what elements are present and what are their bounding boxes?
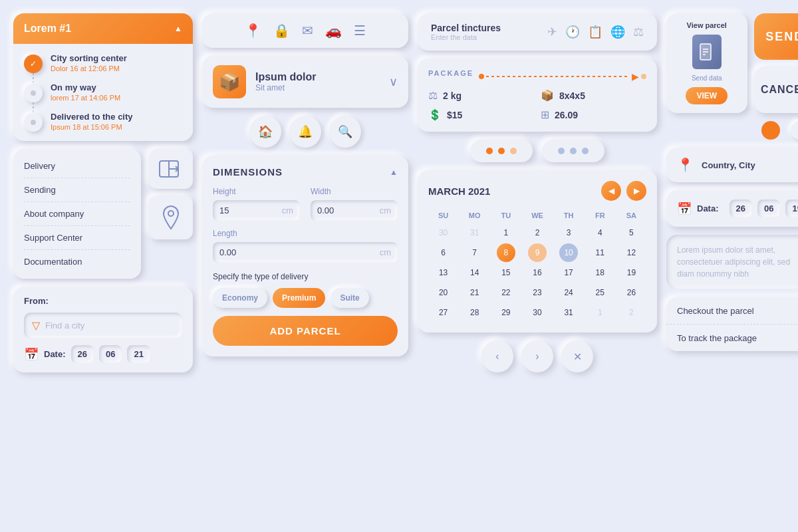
forward-btn[interactable]: › xyxy=(521,340,553,372)
city-input[interactable]: ▽ Find a city xyxy=(24,313,182,338)
mail-toolbar-icon[interactable]: ✉ xyxy=(302,23,313,39)
back-btn[interactable]: ‹ xyxy=(481,340,513,372)
menu-link-track[interactable]: To track the package ▶ xyxy=(666,325,798,351)
nav-item-about[interactable]: About company xyxy=(24,202,130,226)
cal-day[interactable]: 27 xyxy=(434,303,453,322)
cal-day[interactable]: 29 xyxy=(497,303,515,322)
scale-icon[interactable]: ⚖ xyxy=(633,25,644,39)
cal-day[interactable]: 26 xyxy=(622,283,640,302)
dot-toggle-inactive[interactable] xyxy=(791,121,798,140)
delivery-premium-btn[interactable]: Premium xyxy=(273,288,325,308)
cal-day[interactable]: 30 xyxy=(528,303,547,322)
length-unit: cm xyxy=(380,247,391,257)
cal-day[interactable]: 18 xyxy=(591,263,609,282)
cal-day[interactable]: 19 xyxy=(622,263,640,282)
date-year[interactable]: 21 xyxy=(127,345,150,363)
search-icon-btn[interactable]: 🔍 xyxy=(329,116,361,148)
cal-day[interactable]: 14 xyxy=(466,263,484,282)
calendar-next-btn[interactable]: ▶ xyxy=(626,181,646,201)
calendar-prev-btn[interactable]: ◀ xyxy=(601,181,621,201)
cal-day[interactable]: 3 xyxy=(559,223,578,242)
cal-day[interactable]: 30 xyxy=(434,223,453,242)
close-btn[interactable]: ✕ xyxy=(561,340,593,372)
dot-toggle-active[interactable] xyxy=(761,121,780,140)
length-input[interactable]: 0.00 cm xyxy=(213,242,398,263)
cal-day-selected2[interactable]: 10 xyxy=(559,243,578,262)
bell-icon-btn[interactable]: 🔔 xyxy=(289,116,321,148)
cal-day[interactable]: 31 xyxy=(559,303,578,322)
dots-indicator-2 xyxy=(542,140,604,162)
add-parcel-button[interactable]: ADD PARCEL xyxy=(213,316,398,346)
location-toolbar-icon[interactable]: 📍 xyxy=(245,23,261,39)
cal-day[interactable]: 20 xyxy=(434,283,453,302)
dimensions-expand-icon[interactable]: ▲ xyxy=(390,168,398,177)
data-day[interactable]: 26 xyxy=(730,200,752,217)
delivery-suite-btn[interactable]: Suite xyxy=(331,288,368,308)
from-label: From: xyxy=(24,296,182,306)
width-input[interactable]: 0.00 cm xyxy=(311,200,398,221)
side-icon-export[interactable] xyxy=(149,149,193,189)
plane-icon[interactable]: ✈ xyxy=(547,25,557,39)
lock-toolbar-icon[interactable]: 🔒 xyxy=(273,23,290,39)
delivery-economy-btn[interactable]: Economy xyxy=(213,288,267,308)
dimensions-card: DIMENSIONS ▲ Height 15 cm Width 0. xyxy=(202,156,408,356)
cancel-button[interactable]: CANCEL xyxy=(754,66,799,113)
dots-indicators-row xyxy=(418,140,657,162)
cal-day[interactable]: 31 xyxy=(466,223,484,242)
calendar-header: MARCH 2021 ◀ ▶ xyxy=(428,181,646,201)
cal-day[interactable]: 1 xyxy=(497,223,515,242)
cal-day-selected[interactable]: 9 xyxy=(528,243,547,262)
location-pin-icon: 📍 xyxy=(677,157,694,173)
cal-day[interactable]: 12 xyxy=(622,243,640,262)
cal-day[interactable]: 2 xyxy=(622,303,640,322)
book-icon[interactable]: 📋 xyxy=(588,25,602,39)
side-icon-location[interactable] xyxy=(149,196,193,239)
cal-day[interactable]: 16 xyxy=(528,263,547,282)
cal-day[interactable]: 7 xyxy=(466,243,484,262)
cal-day[interactable]: 11 xyxy=(591,243,609,262)
package-expand-icon[interactable]: ∨ xyxy=(389,74,398,89)
location-text: Country, City xyxy=(702,160,755,170)
nav-item-delivery[interactable]: Delivery xyxy=(24,154,130,178)
data-calendar-icon: 📅 xyxy=(677,201,692,216)
cal-day[interactable]: 1 xyxy=(591,303,609,322)
cal-day-today[interactable]: 8 xyxy=(497,243,515,262)
menu-toolbar-icon[interactable]: ☰ xyxy=(354,23,366,39)
nav-item-support[interactable]: Support Center xyxy=(24,226,130,250)
data-year[interactable]: 19 xyxy=(785,200,798,217)
dimensions-value: 8x4x5 xyxy=(559,90,585,101)
calendar-nav: ◀ ▶ xyxy=(601,181,646,201)
height-input[interactable]: 15 cm xyxy=(213,200,300,221)
home-icon-btn[interactable]: 🏠 xyxy=(249,116,281,148)
cal-header-fr: FR xyxy=(585,209,615,222)
date-value: 26.09 xyxy=(555,110,578,120)
cal-day[interactable]: 28 xyxy=(466,303,484,322)
nav-item-sending[interactable]: Sending xyxy=(24,178,130,202)
cal-day[interactable]: 24 xyxy=(559,283,578,302)
cal-day[interactable]: 2 xyxy=(528,223,547,242)
date-day[interactable]: 26 xyxy=(71,345,94,363)
cal-day[interactable]: 15 xyxy=(497,263,515,282)
cal-day[interactable]: 5 xyxy=(622,223,640,242)
length-label: Length xyxy=(213,229,398,238)
view-button[interactable]: VIEW xyxy=(686,87,728,104)
action-area: View parcel Send data VIEW xyxy=(666,13,798,113)
view-parcel-label: View parcel xyxy=(687,21,727,29)
cal-day[interactable]: 6 xyxy=(434,243,453,262)
cal-day[interactable]: 25 xyxy=(591,283,609,302)
cal-day[interactable]: 13 xyxy=(434,263,453,282)
textarea-card[interactable]: Lorem ipsum dolor sit amet, consectetuer… xyxy=(666,235,798,289)
globe-icon[interactable]: 🌐 xyxy=(610,25,625,39)
send-button[interactable]: SEND xyxy=(754,13,799,60)
cal-day[interactable]: 21 xyxy=(466,283,484,302)
nav-item-docs[interactable]: Documentation xyxy=(24,250,130,273)
menu-link-checkout[interactable]: Checkout the parcel ▶ xyxy=(666,297,798,325)
data-month[interactable]: 06 xyxy=(757,200,780,217)
cal-day[interactable]: 22 xyxy=(497,283,515,302)
date-month[interactable]: 06 xyxy=(99,345,122,363)
clock-icon[interactable]: 🕐 xyxy=(565,25,580,39)
cal-day[interactable]: 17 xyxy=(559,263,578,282)
cal-day[interactable]: 23 xyxy=(528,283,547,302)
cal-day[interactable]: 4 xyxy=(591,223,609,242)
car-toolbar-icon[interactable]: 🚗 xyxy=(325,23,342,39)
